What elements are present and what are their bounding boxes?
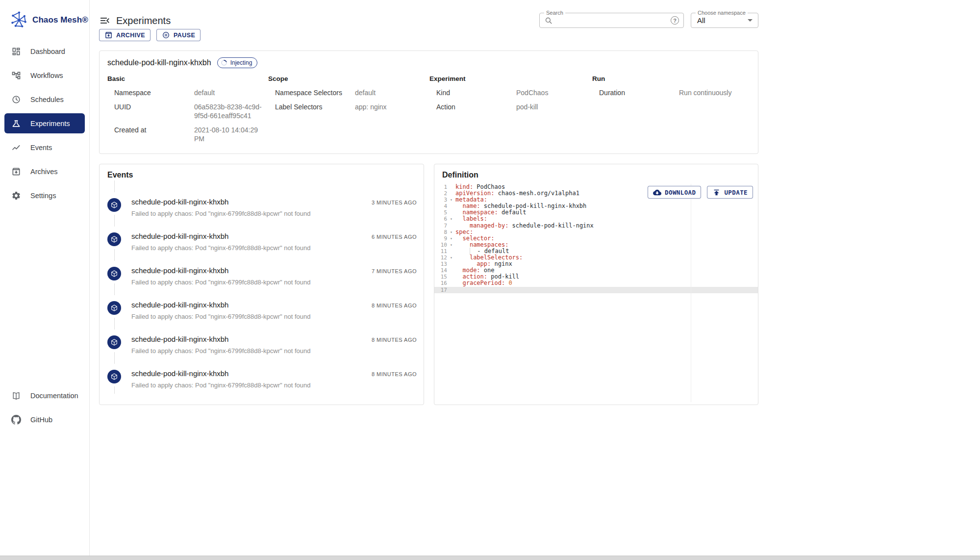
experiment-name: schedule-pod-kill-nginx-khxbh <box>107 58 211 67</box>
fold-gutter <box>447 203 455 209</box>
code-line: 10▾ namespaces: <box>434 242 758 248</box>
sidebar-item-label: Archives <box>30 168 58 176</box>
event-timestamp: 7 MINUTES AGO <box>372 268 417 274</box>
detail-row-value: 2021-08-10 14:04:29 PM <box>194 126 268 143</box>
sidebar-item-archives[interactable]: Archives <box>4 161 85 181</box>
definition-card-title: Definition <box>434 171 758 179</box>
detail-row: Namespace Selectorsdefault <box>275 88 429 97</box>
detail-row: KindPodChaos <box>436 88 592 97</box>
search-input[interactable] <box>556 17 671 25</box>
fold-chevron-icon[interactable]: ▾ <box>447 229 455 235</box>
fold-chevron-icon[interactable]: ▾ <box>447 216 455 222</box>
status-badge-label: Injecting <box>230 59 252 66</box>
fold-chevron-icon[interactable]: ▾ <box>447 255 455 261</box>
fold-chevron-icon[interactable]: ▾ <box>447 235 455 242</box>
event-message: Failed to apply chaos: Pod "nginx-6799fc… <box>131 313 417 320</box>
detail-row-label: Namespace Selectors <box>275 88 355 97</box>
event-rail <box>107 229 121 263</box>
line-number: 2 <box>434 190 447 197</box>
events-timeline: schedule-pod-kill-nginx-khxbh3 MINUTES A… <box>107 180 417 401</box>
menu-open-icon[interactable] <box>99 15 111 26</box>
sidebar-item-events[interactable]: Events <box>4 137 85 157</box>
fold-chevron-icon[interactable]: ▾ <box>447 242 455 248</box>
definition-editor[interactable]: DOWNLOAD UPDATE 1kind: PodChaos2apiVersi… <box>434 184 758 405</box>
detail-row-label: Created at <box>114 126 194 143</box>
code-text: managed-by: schedule-pod-kill-nginx <box>455 223 594 229</box>
detail-section-basic: BasicNamespacedefaultUUID06a5823b-8238-4… <box>107 75 268 149</box>
events-card: Events schedule-pod-kill-nginx-khxbh3 MI… <box>99 164 424 405</box>
detail-section-experiment: ExperimentKindPodChaosActionpod-kill <box>429 75 592 149</box>
event-timestamp: 6 MINUTES AGO <box>372 234 417 240</box>
cloud-download-icon <box>653 188 661 197</box>
code-text: gracePeriod: 0 <box>455 280 512 286</box>
dashboard-icon <box>11 47 21 56</box>
definition-card: Definition DOWNLOAD UPDATE <box>434 164 758 405</box>
code-lines: 1kind: PodChaos2apiVersion: chaos-mesh.o… <box>434 184 758 293</box>
event-name: schedule-pod-kill-nginx-khxbh <box>131 335 228 343</box>
detail-row-value: app: nginx <box>355 102 387 111</box>
namespace-select-value: All <box>697 16 705 25</box>
status-badge: Injecting <box>217 57 258 68</box>
event-name: schedule-pod-kill-nginx-khxbh <box>131 232 228 240</box>
line-number: 13 <box>434 261 447 267</box>
pod-cube-icon <box>107 267 121 280</box>
event-name: schedule-pod-kill-nginx-khxbh <box>131 266 228 275</box>
code-line: 16 gracePeriod: 0 <box>434 280 758 286</box>
sidebar-item-documentation[interactable]: Documentation <box>4 385 85 406</box>
page-title: Experiments <box>116 15 171 26</box>
gear-icon <box>11 191 21 201</box>
event-name: schedule-pod-kill-nginx-khxbh <box>131 369 228 378</box>
timeline-connector <box>114 249 115 261</box>
detail-row-label: Action <box>436 102 516 111</box>
sidebar-item-dashboard[interactable]: Dashboard <box>4 41 85 61</box>
workflows-icon <box>11 71 21 80</box>
event-list-item: schedule-pod-kill-nginx-khxbh7 MINUTES A… <box>107 263 417 298</box>
book-icon <box>11 391 21 401</box>
editor-ruler <box>691 184 691 402</box>
fold-gutter <box>447 267 455 274</box>
main-area: Experiments Search ? Choose namespace Al… <box>90 0 980 556</box>
sidebar-item-github[interactable]: GitHub <box>4 409 85 430</box>
line-number: 3 <box>434 197 447 203</box>
namespace-select[interactable]: Choose namespace All <box>691 13 758 28</box>
sidebar-footer-nav: DocumentationGitHub <box>0 383 89 556</box>
github-icon <box>11 415 21 425</box>
detail-section-scope: ScopeNamespace SelectorsdefaultLabel Sel… <box>268 75 429 149</box>
line-number: 11 <box>434 248 447 255</box>
line-number: 6 <box>434 216 447 222</box>
archive-action-icon <box>104 31 113 39</box>
detail-row: UUID06a5823b-8238-4c9d-9f5d-661eaff95c41 <box>114 102 268 120</box>
brand[interactable]: Chaos Mesh® <box>0 0 89 39</box>
event-list-item: schedule-pod-kill-nginx-khxbh6 MINUTES A… <box>107 229 417 263</box>
fold-chevron-icon[interactable]: ▾ <box>447 197 455 203</box>
download-button[interactable]: DOWNLOAD <box>648 186 701 199</box>
line-number: 16 <box>434 280 447 286</box>
detail-row-label: Namespace <box>114 88 194 97</box>
experiment-detail-card: schedule-pod-kill-nginx-khxbh Injecting … <box>99 51 758 154</box>
detail-row-value: PodChaos <box>516 88 548 97</box>
sidebar-item-workflows[interactable]: Workflows <box>4 65 85 85</box>
detail-row: Actionpod-kill <box>436 102 592 111</box>
sidebar-item-label: GitHub <box>30 416 52 424</box>
update-button[interactable]: UPDATE <box>707 186 753 199</box>
pause-button[interactable]: PAUSE <box>156 29 201 41</box>
experiment-sections: BasicNamespacedefaultUUID06a5823b-8238-4… <box>107 75 750 149</box>
event-message: Failed to apply chaos: Pod "nginx-6799fc… <box>131 347 417 355</box>
event-message: Failed to apply chaos: Pod "nginx-6799fc… <box>131 210 417 217</box>
pod-cube-icon <box>107 198 121 212</box>
section-title: Run <box>592 75 750 82</box>
event-list-item: schedule-pod-kill-nginx-khxbh8 MINUTES A… <box>107 298 417 332</box>
help-icon[interactable]: ? <box>671 16 679 25</box>
detail-row: DurationRun continuously <box>599 88 750 97</box>
sidebar-item-experiments[interactable]: Experiments <box>4 113 85 133</box>
sidebar-item-schedules[interactable]: Schedules <box>4 89 85 109</box>
event-name: schedule-pod-kill-nginx-khxbh <box>131 301 228 309</box>
detail-row-value: default <box>355 88 376 97</box>
spinner-icon <box>220 59 228 67</box>
horizontal-scrollbar[interactable] <box>0 556 980 560</box>
sidebar-item-settings[interactable]: Settings <box>4 185 85 205</box>
sidebar-item-label: Dashboard <box>30 48 65 55</box>
archive-button[interactable]: ARCHIVE <box>99 29 151 41</box>
timeline-connector <box>114 215 115 227</box>
event-rail <box>107 195 121 229</box>
